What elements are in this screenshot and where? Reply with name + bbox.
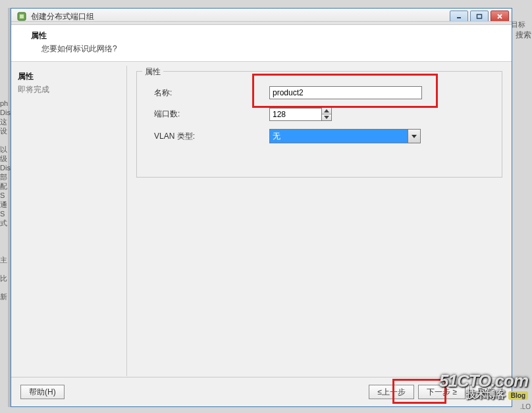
step-ready-to-complete[interactable]: 即将完成 (18, 84, 120, 95)
ports-label: 端口数: (137, 109, 269, 120)
background-left-text: ph Dis 这 设 以 级 Dis 部 配 S 通 S 式 主 比 新 (0, 99, 9, 301)
header-subtitle: 您要如何标识此网络? (41, 43, 504, 55)
vlan-type-value: 无 (273, 131, 280, 142)
ports-input[interactable] (269, 108, 321, 121)
cancel-button[interactable]: 取消 (469, 385, 502, 399)
chevron-down-icon[interactable] (408, 130, 420, 143)
dialog-footer: 帮助(H) ≤上一步 下一步 ≥ 取消 (11, 377, 512, 406)
background-icon-label: 目标 (511, 20, 525, 30)
svg-marker-6 (324, 109, 329, 112)
ports-stepper[interactable] (269, 107, 332, 121)
ports-down-button[interactable] (322, 114, 331, 120)
name-input[interactable] (269, 86, 422, 99)
name-label: 名称: (137, 87, 269, 99)
vlan-type-label: VLAN 类型: (137, 131, 269, 142)
dialog-header: 属性 您要如何标识此网络? (11, 25, 512, 62)
groupbox-legend: 属性 (142, 66, 163, 78)
app-icon (16, 11, 27, 22)
back-button[interactable]: ≤上一步 (369, 385, 414, 399)
background-lo-text: .LO (520, 403, 531, 410)
help-button[interactable]: 帮助(H) (20, 385, 65, 399)
background-search-label: 搜索 (516, 30, 532, 41)
ports-up-button[interactable] (322, 108, 331, 114)
svg-rect-3 (477, 14, 482, 18)
svg-rect-1 (20, 14, 24, 18)
step-properties[interactable]: 属性 (18, 71, 120, 82)
svg-marker-7 (324, 116, 329, 119)
vlan-type-select[interactable]: 无 (269, 129, 421, 143)
svg-marker-8 (412, 135, 417, 138)
dialog-window: 创建分布式端口组 属性 您要如何标识此网络? 属性 即将完成 属性 (11, 8, 512, 407)
header-title: 属性 (31, 30, 504, 41)
window-title: 创建分布式端口组 (30, 11, 450, 22)
wizard-steps: 属性 即将完成 (11, 66, 127, 376)
properties-groupbox: 属性 名称: 端口数: (136, 71, 502, 178)
next-button[interactable]: 下一步 ≥ (418, 385, 466, 399)
